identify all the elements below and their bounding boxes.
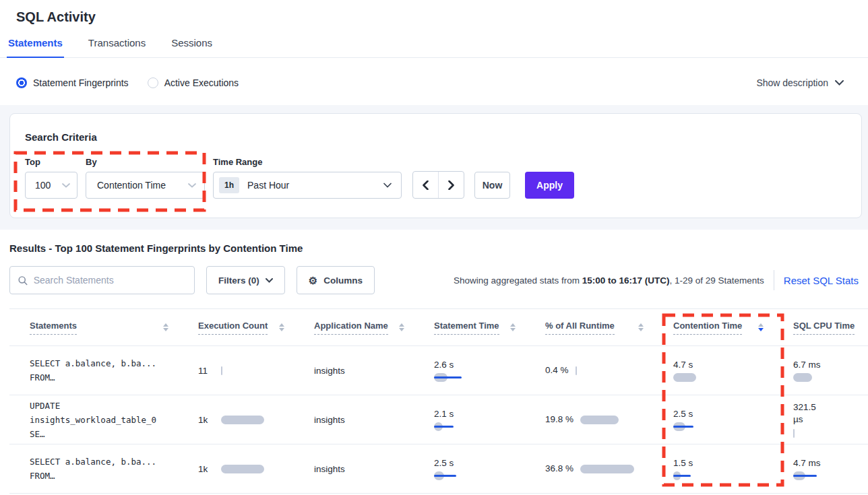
results-toolbar: Filters (0) ⚙ Columns Showing aggregated… [9, 266, 859, 294]
tab-sessions[interactable]: Sessions [170, 37, 214, 57]
by-field-group: By Contention Time [86, 157, 205, 199]
chevron-down-icon [835, 80, 844, 86]
toolbar-divider [774, 270, 774, 290]
runtime-percent-bar [580, 416, 619, 424]
statement-time-value: 2.6 s [434, 360, 516, 370]
sql-cpu-time-value: 321.5 µs [793, 401, 824, 426]
sort-desc-icon [758, 323, 764, 331]
chevron-down-icon [62, 183, 70, 188]
sort-icon [638, 323, 644, 331]
previous-interval-button[interactable] [413, 172, 439, 198]
contention-time-cell: 2.5 s [653, 409, 773, 431]
runtime-percent-cell: 19.8 % [525, 414, 653, 426]
runtime-percent-value: 19.8 % [545, 414, 574, 426]
runtime-percent-value: 36.8 % [545, 463, 574, 475]
chevron-down-icon [266, 278, 273, 283]
runtime-percent-value: 0.4 % [545, 364, 569, 376]
search-criteria-band: Search Criteria Top 100 By Contention Ti… [0, 105, 868, 230]
search-statements-input[interactable] [34, 275, 187, 286]
tab-transactions[interactable]: Transactions [87, 37, 147, 57]
sql-cpu-time-cell: 4.7 ms [773, 458, 868, 480]
table-row: SELECT a.balance, b.ba... FROM… 1k insig… [9, 444, 868, 494]
apply-button[interactable]: Apply [525, 172, 574, 199]
radio-unselected-icon [148, 77, 158, 88]
statement-link[interactable]: SELECT a.balance, b.ba... [30, 455, 168, 469]
table-row: SELECT a.balance, b.ba... FROM… 11 insig… [9, 346, 868, 395]
stats-summary: Showing aggregated stats from 15:00 to 1… [454, 275, 764, 286]
radio-label: Active Executions [164, 77, 239, 88]
statement-time-cell: 2.5 s [414, 458, 525, 480]
sql-cpu-time-cell: 6.7 ms [773, 360, 868, 382]
table-row: UPDATE insights_workload_table_0 SE… 1k … [9, 395, 868, 444]
filters-button[interactable]: Filters (0) [206, 266, 285, 294]
application-name-cell: insights [294, 463, 414, 475]
contention-time-bar [673, 373, 764, 382]
sql-cpu-time-bar [793, 471, 868, 480]
runtime-percent-cell: 0.4 % [525, 364, 653, 376]
execution-count-bar [221, 366, 222, 375]
time-range-field-group: Time Range 1h Past Hour [213, 157, 402, 199]
time-range-value: Past Hour [247, 180, 383, 191]
show-description-label: Show description [756, 77, 828, 88]
column-header-execution-count[interactable]: Execution Count [178, 321, 294, 335]
radio-selected-icon [16, 77, 27, 88]
sql-cpu-time-value: 6.7 ms [793, 360, 868, 370]
by-label: By [86, 157, 205, 169]
sql-cpu-time-value: 4.7 ms [793, 458, 868, 468]
top-field-group: Top 100 [25, 157, 78, 199]
column-header-statement-time[interactable]: Statement Time [414, 321, 525, 335]
show-description-toggle[interactable]: Show description [756, 77, 844, 88]
time-range-label: Time Range [213, 157, 402, 169]
table-header-row: Statements Execution Count Application N… [9, 308, 868, 346]
statement-time-value: 2.1 s [434, 409, 516, 419]
sql-cpu-time-bar [793, 429, 868, 438]
chevron-down-icon [188, 183, 196, 188]
statement-link[interactable]: UPDATE [30, 399, 168, 413]
runtime-percent-bar [576, 366, 577, 375]
statement-cell: UPDATE insights_workload_table_0 SE… [9, 399, 178, 441]
results-heading: Results - Top 100 Statement Fingerprints… [9, 242, 868, 254]
statement-time-value: 2.5 s [434, 458, 516, 468]
radio-label: Statement Fingerprints [33, 77, 129, 88]
column-header-statements[interactable]: Statements [9, 321, 178, 335]
top-label: Top [25, 157, 78, 169]
time-range-select[interactable]: 1h Past Hour [213, 172, 402, 199]
execution-count-bar [221, 465, 264, 473]
column-header-sql-cpu-time[interactable]: SQL CPU Time [773, 321, 868, 335]
column-header-contention-time[interactable]: Contention Time [653, 321, 773, 335]
tab-bar: Statements Transactions Sessions [0, 37, 868, 58]
statement-link-line2[interactable]: FROM… [30, 469, 168, 483]
contention-time-cell: 1.5 s [653, 458, 773, 480]
statement-link-line2[interactable]: FROM… [30, 370, 168, 385]
columns-label: Columns [323, 275, 363, 286]
application-name-value: insights [314, 366, 345, 376]
statement-time-bar [434, 471, 516, 480]
reset-sql-stats-link[interactable]: Reset SQL Stats [784, 275, 859, 286]
stats-summary-range: 15:00 to 16:17 (UTC) [582, 275, 670, 286]
page-title: SQL Activity [16, 9, 852, 25]
search-statements-box[interactable] [9, 266, 195, 294]
statement-time-cell: 2.6 s [414, 360, 525, 382]
gear-icon: ⚙ [309, 275, 317, 286]
radio-statement-fingerprints[interactable]: Statement Fingerprints [16, 77, 129, 88]
statement-link-line2[interactable]: insights_workload_table_0 SE… [30, 413, 168, 441]
next-interval-button[interactable] [439, 172, 464, 198]
contention-time-bar [673, 422, 764, 431]
columns-button[interactable]: ⚙ Columns [297, 266, 375, 294]
execution-count-value: 1k [198, 464, 221, 474]
statement-cell: SELECT a.balance, b.ba... FROM… [9, 356, 178, 385]
chevron-right-icon [448, 180, 454, 190]
now-button[interactable]: Now [474, 172, 510, 199]
statement-time-bar [434, 422, 516, 431]
radio-active-executions[interactable]: Active Executions [148, 77, 239, 88]
sort-icon [510, 323, 516, 331]
execution-count-value: 1k [198, 415, 221, 425]
statement-time-bar [434, 373, 516, 382]
by-select[interactable]: Contention Time [86, 172, 205, 199]
top-select[interactable]: 100 [25, 172, 78, 199]
column-header-percent-of-all-runtime[interactable]: % of All Runtime [525, 321, 653, 335]
column-header-application-name[interactable]: Application Name [294, 321, 414, 335]
statement-link[interactable]: SELECT a.balance, b.ba... [30, 356, 168, 370]
tab-statements[interactable]: Statements [7, 37, 64, 57]
execution-count-bar [221, 416, 264, 424]
